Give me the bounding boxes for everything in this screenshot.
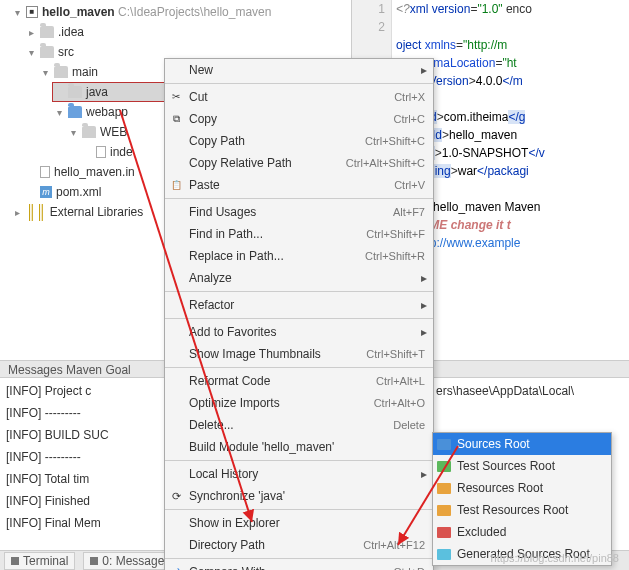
submenu-label: Test Resources Root — [457, 499, 568, 521]
menu-separator — [165, 291, 433, 292]
menu-label: Reformat Code — [189, 370, 270, 392]
menu-item[interactable]: New▸ — [165, 59, 433, 81]
folder-icon — [40, 46, 54, 58]
menu-shortcut: Ctrl+Shift+T — [366, 343, 425, 365]
menu-shortcut: Ctrl+Alt+Shift+C — [346, 152, 425, 174]
module-icon: ■ — [26, 6, 38, 18]
root-path: C:\IdeaProjects\hello_maven — [118, 5, 271, 19]
menu-item[interactable]: Find in Path...Ctrl+Shift+F — [165, 223, 433, 245]
submenu-arrow-icon: ▸ — [421, 463, 427, 485]
tree-root[interactable]: ▾ ■ hello_maven C:\IdeaProjects\hello_ma… — [10, 2, 350, 22]
chevron-down-icon: ▾ — [26, 47, 36, 58]
menu-item[interactable]: Find UsagesAlt+F7 — [165, 201, 433, 223]
menu-item[interactable]: Compare With...Ctrl+D — [165, 561, 433, 570]
menu-label: Replace in Path... — [189, 245, 284, 267]
menu-shortcut: Ctrl+Alt+O — [374, 392, 425, 414]
submenu-item[interactable]: Resources Root — [433, 477, 611, 499]
menu-item[interactable]: Add to Favorites▸ — [165, 321, 433, 343]
submenu-arrow-icon: ▸ — [421, 321, 427, 343]
cmp-icon — [169, 565, 183, 570]
submenu-arrow-icon: ▸ — [421, 294, 427, 316]
menu-label: Optimize Imports — [189, 392, 280, 414]
folder-color-icon — [437, 439, 451, 450]
line-number: 2 — [352, 18, 391, 36]
menu-label: Copy Relative Path — [189, 152, 292, 174]
submenu-item[interactable]: Test Resources Root — [433, 499, 611, 521]
menu-label: Build Module 'hello_maven' — [189, 436, 334, 458]
cut-icon — [169, 90, 183, 104]
menu-label: Copy — [189, 108, 217, 130]
chevron-right-icon: ▸ — [12, 207, 22, 218]
menu-item[interactable]: Reformat CodeCtrl+Alt+L — [165, 370, 433, 392]
messages-title: Messages Maven Goal — [8, 363, 131, 377]
submenu-arrow-icon: ▸ — [421, 267, 427, 289]
menu-item[interactable]: CutCtrl+X — [165, 86, 433, 108]
tree-label: webapp — [86, 105, 128, 119]
menu-label: Show Image Thumbnails — [189, 343, 321, 365]
chevron-down-icon: ▾ — [68, 127, 78, 138]
chevron-down-icon: ▾ — [12, 7, 22, 18]
menu-label: Local History — [189, 463, 258, 485]
menu-item[interactable]: Copy Relative PathCtrl+Alt+Shift+C — [165, 152, 433, 174]
tree-label: src — [58, 45, 74, 59]
menu-item[interactable]: Analyze▸ — [165, 267, 433, 289]
terminal-tab[interactable]: Terminal — [4, 552, 75, 570]
submenu-item[interactable]: Sources Root — [433, 433, 611, 455]
mark-directory-submenu[interactable]: Sources RootTest Sources RootResources R… — [432, 432, 612, 566]
menu-shortcut: Ctrl+Shift+F — [366, 223, 425, 245]
menu-item[interactable]: Synchronize 'java' — [165, 485, 433, 507]
folder-color-icon — [437, 461, 451, 472]
menu-item[interactable]: Build Module 'hello_maven' — [165, 436, 433, 458]
submenu-item[interactable]: Test Sources Root — [433, 455, 611, 477]
menu-item[interactable]: Directory PathCtrl+Alt+F12 — [165, 534, 433, 556]
file-icon — [40, 166, 50, 178]
menu-label: Cut — [189, 86, 208, 108]
sync-icon — [169, 489, 183, 503]
menu-item[interactable]: Delete...Delete — [165, 414, 433, 436]
menu-shortcut: Delete — [393, 414, 425, 436]
menu-item[interactable]: Refactor▸ — [165, 294, 433, 316]
tree-item[interactable]: ▸.idea — [24, 22, 350, 42]
menu-separator — [165, 318, 433, 319]
copy-icon — [169, 112, 183, 126]
folder-icon — [68, 106, 82, 118]
chevron-down-icon: ▾ — [40, 67, 50, 78]
folder-color-icon — [437, 527, 451, 538]
folder-color-icon — [437, 549, 451, 560]
submenu-label: Excluded — [457, 521, 506, 543]
tree-label: main — [72, 65, 98, 79]
menu-item[interactable]: PasteCtrl+V — [165, 174, 433, 196]
menu-item[interactable]: CopyCtrl+C — [165, 108, 433, 130]
folder-icon — [68, 86, 82, 98]
menu-label: Delete... — [189, 414, 234, 436]
tree-label: java — [86, 85, 108, 99]
menu-separator — [165, 198, 433, 199]
menu-shortcut: Ctrl+C — [394, 108, 425, 130]
watermark: https://blog.csdn.net/pin88 — [491, 552, 619, 564]
menu-label: Compare With... — [189, 561, 276, 570]
menu-item[interactable]: Optimize ImportsCtrl+Alt+O — [165, 392, 433, 414]
folder-icon — [40, 26, 54, 38]
folder-color-icon — [437, 483, 451, 494]
submenu-item[interactable]: Excluded — [433, 521, 611, 543]
menu-separator — [165, 509, 433, 510]
submenu-label: Sources Root — [457, 433, 530, 455]
tab-label: 0: Messages — [102, 552, 170, 570]
menu-item[interactable]: Show in Explorer — [165, 512, 433, 534]
menu-item[interactable]: Show Image ThumbnailsCtrl+Shift+T — [165, 343, 433, 365]
menu-item[interactable]: Copy PathCtrl+Shift+C — [165, 130, 433, 152]
menu-item[interactable]: Replace in Path...Ctrl+Shift+R — [165, 245, 433, 267]
menu-label: Show in Explorer — [189, 512, 280, 534]
menu-item[interactable]: Local History▸ — [165, 463, 433, 485]
menu-label: Add to Favorites — [189, 321, 276, 343]
tree-label: WEB — [100, 125, 127, 139]
maven-icon: m — [40, 186, 52, 198]
menu-shortcut: Ctrl+D — [394, 561, 425, 570]
tree-label: .idea — [58, 25, 84, 39]
chevron-down-icon: ▾ — [54, 107, 64, 118]
file-icon — [96, 146, 106, 158]
context-menu[interactable]: New▸CutCtrl+XCopyCtrl+CCopy PathCtrl+Shi… — [164, 58, 434, 570]
menu-separator — [165, 558, 433, 559]
menu-shortcut: Ctrl+Shift+C — [365, 130, 425, 152]
menu-shortcut: Ctrl+Shift+R — [365, 245, 425, 267]
